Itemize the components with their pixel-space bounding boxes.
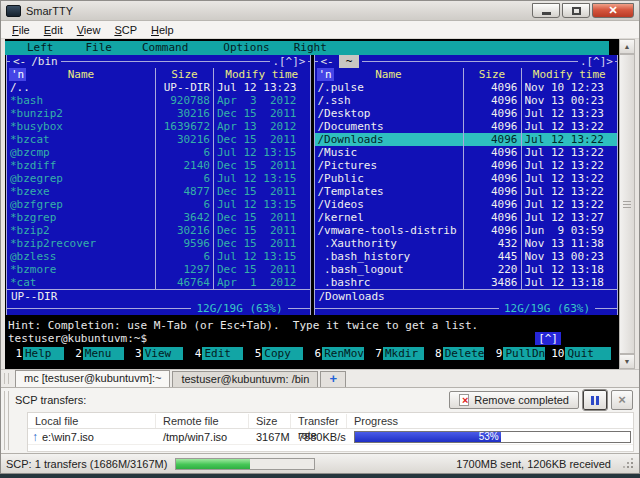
file-row[interactable]: *bzip230216Dec 15 2011 [7, 224, 310, 237]
fkey-delete[interactable]: 8Delete [430, 347, 491, 360]
scrollbar-thumb[interactable] [619, 54, 635, 354]
file-row[interactable]: /Public4096Jul 12 13:22 [315, 172, 618, 185]
file-row[interactable]: @bzfgrep6Jul 12 13:15 [7, 198, 310, 211]
scp-panel-title: SCP transfers: [15, 394, 86, 406]
scrollbar-down-icon[interactable]: ▼ [619, 354, 635, 369]
session-tab-0[interactable]: mc [testuser@kubuntuvm]:~ [15, 370, 170, 387]
column-header-mtime[interactable]: Modify time [521, 68, 618, 81]
menu-scp[interactable]: SCP [107, 22, 144, 38]
column-header-name[interactable]: 'nName [315, 68, 463, 81]
file-row[interactable]: *bzexe4877Dec 15 2011 [7, 185, 310, 198]
close-button[interactable]: ✕ [592, 3, 634, 18]
fkey-view[interactable]: 3View [130, 347, 190, 360]
menu-edit[interactable]: Edit [37, 22, 70, 38]
minimize-button[interactable] [532, 3, 560, 18]
file-row[interactable]: .bash_logout220Jul 12 13:18 [315, 263, 618, 276]
mc-menu-left[interactable]: Left [27, 41, 54, 55]
scp-panel-grip [4, 391, 9, 450]
file-row[interactable]: .bashrc3486Jul 12 13:18 [315, 276, 618, 289]
column-header-size[interactable]: Size [155, 68, 213, 81]
file-row[interactable]: /Videos4096Jul 12 13:22 [315, 198, 618, 211]
file-size: 6 [155, 198, 213, 211]
scroll-indicator-badge: [^] [535, 332, 561, 345]
pause-transfers-button[interactable] [583, 390, 607, 410]
mc-menu-file[interactable]: File [86, 41, 113, 55]
panel-footer-right: 12G/19G (63%) [315, 302, 618, 315]
file-row[interactable]: *bzmore1297Dec 15 2011 [7, 263, 310, 276]
fkey-copy[interactable]: 5Copy [249, 347, 309, 360]
fkey-edit[interactable]: 4Edit [189, 347, 249, 360]
menu-file[interactable]: File [5, 22, 37, 38]
fkey-quit[interactable]: 10Quit [551, 347, 611, 360]
file-row[interactable]: @bzless6Jul 12 13:15 [7, 250, 310, 263]
file-row[interactable]: /Downloads4096Jul 12 13:22 [315, 133, 618, 146]
scp-column-remote[interactable]: Remote file [156, 414, 249, 428]
scrollbar-up-icon[interactable]: ▲ [619, 39, 635, 54]
scp-column-prog[interactable]: Progress [347, 414, 633, 428]
file-mtime: Jul 12 13:15 [213, 146, 310, 159]
fkey-menu[interactable]: 2Menu [70, 347, 130, 360]
panel-footer-left: 12G/19G (63%) [7, 302, 310, 315]
file-row[interactable]: *busybox1639672Apr 13 2012 [7, 120, 310, 133]
file-row[interactable]: /vmware-tools-distrib4096Jun 9 03:59 [315, 224, 618, 237]
column-header-mtime[interactable]: Modify time [213, 68, 310, 81]
file-row[interactable]: /Templates4096Jul 12 13:22 [315, 185, 618, 198]
column-header-name[interactable]: 'nName [7, 68, 155, 81]
file-name: /Public [315, 172, 463, 185]
file-row[interactable]: *bash920788Apr 3 2012 [7, 94, 310, 107]
maximize-button[interactable] [562, 3, 590, 18]
file-row[interactable]: *cat46764Apr 1 2012 [7, 276, 310, 289]
close-scp-panel-button[interactable]: × [611, 390, 633, 410]
file-name: @bzless [7, 250, 155, 263]
panel-path-left[interactable]: /bin [31, 55, 58, 68]
file-row[interactable]: /Desktop4096Jul 12 13:23 [315, 107, 618, 120]
mc-menu-right[interactable]: Right [294, 41, 327, 55]
file-name: *bzmore [7, 263, 155, 276]
file-row[interactable]: /..UP--DIRJul 12 13:23 [7, 81, 310, 94]
panel-path-right[interactable]: ~ [339, 55, 360, 68]
terminal-view[interactable]: LeftFileCommandOptionsRight <-/bin.[^]>'… [5, 39, 635, 369]
scp-column-local[interactable]: Local file [28, 414, 156, 428]
file-row[interactable]: *bzgrep3642Dec 15 2011 [7, 211, 310, 224]
mc-menu-command[interactable]: Command [142, 41, 188, 55]
status-progress-fill [176, 459, 249, 469]
file-row[interactable]: /kernel4096Jul 12 13:27 [315, 211, 618, 224]
file-row[interactable]: /Documents4096Jul 12 13:22 [315, 120, 618, 133]
file-row[interactable]: @bzcmp6Jul 12 13:15 [7, 146, 310, 159]
fkey-help[interactable]: 1Help [10, 347, 70, 360]
file-row[interactable]: /Music4096Jul 12 13:22 [315, 146, 618, 159]
resize-grip-icon[interactable] [623, 458, 634, 469]
file-row[interactable]: *bzcat30216Dec 15 2011 [7, 133, 310, 146]
file-mtime: Nov 13 00:23 [521, 250, 618, 263]
menu-view[interactable]: View [70, 22, 108, 38]
remove-completed-icon [459, 394, 469, 406]
file-row[interactable]: .Xauthority432Nov 13 11:38 [315, 237, 618, 250]
new-tab-button[interactable]: + [320, 371, 346, 387]
file-row[interactable]: /.ssh4096Nov 13 00:23 [315, 94, 618, 107]
file-row[interactable]: /.pulse4096Nov 10 12:23 [315, 81, 618, 94]
file-row[interactable]: /Pictures4096Jul 12 13:22 [315, 159, 618, 172]
file-row[interactable]: *bzip2recover9596Dec 15 2011 [7, 237, 310, 250]
remove-completed-button[interactable]: Remove completed [449, 391, 579, 409]
file-row[interactable]: .bash_history445Nov 13 00:23 [315, 250, 618, 263]
fkey-renmov[interactable]: 6RenMov [309, 347, 370, 360]
fkey-label: View [143, 347, 184, 360]
scp-column-rate[interactable]: Transfer rate [291, 414, 347, 428]
tabbar-grip [4, 373, 9, 384]
file-row[interactable]: *bunzip230216Dec 15 2011 [7, 107, 310, 120]
fkey-pulldn[interactable]: 9PullDn [490, 347, 551, 360]
scp-column-size[interactable]: Size [249, 414, 291, 428]
shell-prompt-line[interactable]: testuser@kubuntuvm:~$ [^] [5, 332, 619, 345]
titlebar[interactable]: SmarTTY ✕ [1, 1, 639, 21]
transfer-row[interactable]: ↑e:\win7.iso/tmp/win7.iso3167M7880KB/s53… [28, 429, 633, 445]
file-row[interactable]: @bzegrep6Jul 12 13:15 [7, 172, 310, 185]
fkey-mkdir[interactable]: 7Mkdir [370, 347, 430, 360]
menu-help[interactable]: Help [144, 22, 181, 38]
mc-menu-options[interactable]: Options [223, 41, 269, 55]
terminal-scrollbar[interactable]: ▲ ▼ [619, 39, 635, 369]
column-header-size[interactable]: Size [463, 68, 521, 81]
status-progress-bar [175, 458, 315, 470]
file-row[interactable]: *bzdiff2140Dec 15 2011 [7, 159, 310, 172]
file-size: 920788 [155, 94, 213, 107]
session-tab-1[interactable]: testuser@kubuntuvm: /bin [172, 371, 318, 387]
